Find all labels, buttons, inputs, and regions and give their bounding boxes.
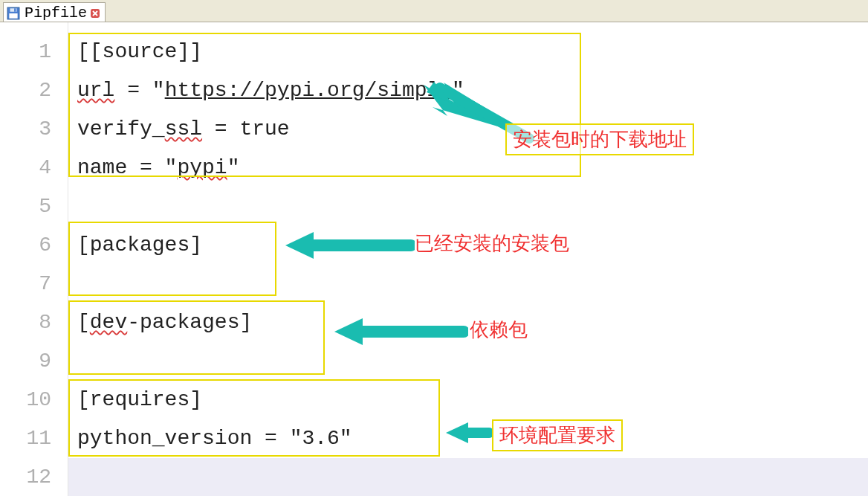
code-line: [requires]	[77, 381, 868, 419]
line-number: 8	[0, 303, 68, 342]
line-number-gutter: 1 2 3 4 5 6 7 8 9 10 11 12	[0, 22, 68, 496]
line-number: 7	[0, 265, 68, 303]
annotation-installed-packages: 已经安装的安装包	[415, 231, 569, 257]
line-number: 3	[0, 110, 68, 149]
line-number: 4	[0, 149, 68, 187]
file-tab[interactable]: Pipfile	[3, 2, 106, 22]
code-line: name = "pypi"	[77, 149, 868, 187]
line-number: 10	[0, 381, 68, 419]
tab-bar: Pipfile	[0, 0, 868, 22]
code-line: verify_ssl = true	[77, 110, 868, 149]
code-line	[77, 458, 868, 496]
svg-rect-1	[9, 13, 17, 19]
code-area[interactable]: [[source]] url = "https://pypi.org/simpl…	[68, 22, 868, 496]
svg-rect-3	[14, 8, 16, 12]
line-number: 5	[0, 187, 68, 226]
annotation-download-url: 安装包时的下载地址	[505, 123, 694, 155]
close-icon[interactable]	[90, 8, 100, 19]
save-disk-icon	[7, 7, 20, 20]
line-number: 6	[0, 226, 68, 265]
line-number: 11	[0, 419, 68, 458]
code-line	[77, 342, 868, 381]
code-line: python_version = "3.6"	[77, 419, 868, 458]
line-number: 9	[0, 342, 68, 381]
code-editor[interactable]: 1 2 3 4 5 6 7 8 9 10 11 12 [[source]] ur…	[0, 22, 868, 496]
annotation-env-requirements: 环境配置要求	[492, 419, 623, 451]
code-line	[77, 265, 868, 303]
code-line	[77, 187, 868, 226]
line-number: 1	[0, 33, 68, 71]
line-number: 2	[0, 71, 68, 110]
annotation-dependencies: 依赖包	[470, 317, 528, 343]
code-line: url = "https://pypi.org/simple"	[77, 71, 868, 110]
code-line: [[source]]	[77, 33, 868, 71]
tab-filename: Pipfile	[25, 4, 87, 22]
line-number: 12	[0, 458, 68, 496]
